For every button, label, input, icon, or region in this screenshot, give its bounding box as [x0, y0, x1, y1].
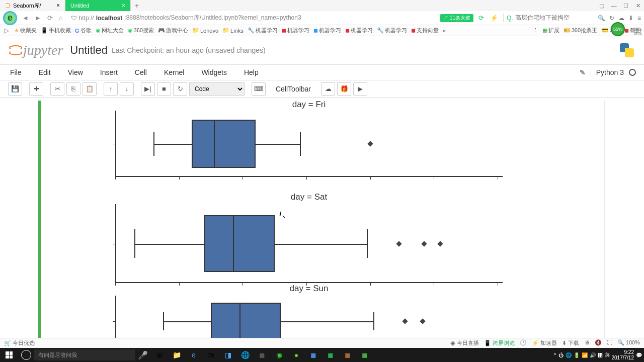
url-input[interactable]: 🛡 http://localhost:8888/notebooks/Seabor… [68, 13, 436, 23]
run-button[interactable]: ▶| [141, 82, 155, 96]
ime-icon[interactable]: ㄀ [598, 352, 603, 358]
app-icon[interactable]: ● [289, 349, 304, 361]
restart-button[interactable]: ↻ [173, 82, 187, 96]
tray-icon[interactable]: 🔋 [574, 352, 580, 358]
app-icon[interactable]: ◨ [220, 349, 235, 361]
speed-meter-icon[interactable]: 55% [611, 22, 625, 36]
tray-icon[interactable]: 🌐 [566, 352, 572, 358]
bookmark-item[interactable]: G谷歌 [75, 27, 92, 34]
notification-icon[interactable]: 💬 [636, 352, 642, 358]
bookmark-item[interactable]: ◼机器学习 [345, 27, 373, 34]
app-icon[interactable]: ◼ [323, 349, 338, 361]
app-icon[interactable]: ◼ [255, 349, 270, 361]
celltoolbar-label[interactable]: CellToolbar [273, 85, 314, 93]
video-button[interactable]: ▶ [353, 82, 367, 96]
sync-icon[interactable]: ⟳ [477, 13, 485, 23]
back-button[interactable]: ◄ [21, 13, 30, 23]
cell-type-select[interactable]: Code [189, 82, 245, 96]
status-item[interactable]: 🕐 [520, 339, 527, 347]
edge-icon[interactable]: e [186, 349, 201, 361]
status-item[interactable]: 🔇 [595, 339, 602, 347]
extension-item[interactable]: ▦扩展 [542, 27, 559, 34]
mic-icon[interactable]: 🎤 [138, 350, 148, 360]
cut-button[interactable]: ✂ [50, 82, 64, 96]
gift-button[interactable]: 🎁 [337, 82, 351, 96]
window-restore-icon[interactable]: ▢ [596, 0, 608, 11]
bookmark-item[interactable]: ◉360搜索 [128, 27, 154, 34]
window-minimize-icon[interactable]: — [608, 0, 620, 11]
status-item[interactable]: ⚡ 加速器 [532, 339, 557, 347]
clock[interactable]: 9:22 2017/7/12 [612, 349, 634, 360]
bookmark-item[interactable]: 📱手机收藏 [41, 27, 71, 34]
bookmark-item[interactable]: ◼机器学习 [313, 27, 341, 34]
search-icon[interactable]: 🔍 [598, 15, 605, 22]
close-icon[interactable]: × [122, 2, 125, 9]
menu-view[interactable]: View [66, 67, 85, 77]
status-item[interactable]: 📱 跨屏浏览 [484, 339, 515, 347]
forward-button[interactable]: ► [34, 13, 42, 23]
copy-button[interactable]: ⎘ [66, 82, 80, 96]
bookmark-item[interactable]: 🎮游戏中心 [158, 27, 188, 34]
bookmark-item[interactable]: ★收藏夹 [14, 27, 37, 34]
bookmark-item[interactable]: 🔧机器学习 [248, 27, 278, 34]
move-up-button[interactable]: ↑ [104, 82, 118, 96]
flash-icon[interactable]: ⚡ [489, 13, 499, 23]
extension-item[interactable]: 🎫360抢票王 [564, 27, 597, 34]
start-button[interactable] [0, 348, 18, 362]
tray-icon[interactable]: 📶 [582, 352, 588, 358]
edit-icon[interactable]: ✎ [580, 68, 586, 76]
download-icon[interactable]: ⬇ [628, 15, 633, 22]
cortana-icon[interactable] [21, 350, 31, 360]
bookmark-item[interactable]: 📁Links [222, 27, 244, 34]
window-maximize-icon[interactable]: ☐ [620, 0, 632, 11]
status-left[interactable]: 🛒 今日优选 [4, 339, 35, 347]
status-item[interactable]: 🖥 [584, 339, 590, 347]
home-button[interactable]: ⌂ [58, 13, 64, 23]
menu-edit[interactable]: Edit [37, 67, 53, 77]
speed-badge[interactable]: ↗ 11条大道 [440, 14, 473, 22]
menu-kernel[interactable]: Kernel [162, 67, 186, 77]
command-palette-button[interactable]: ⌨ [252, 82, 266, 96]
browser-tab[interactable]: Seaborn库/ × [0, 0, 65, 11]
status-item[interactable]: ⬇ 下载 [562, 339, 579, 347]
tray-icon[interactable]: ⏻ [558, 352, 564, 358]
app-icon[interactable]: ◼ [357, 349, 372, 361]
zoom-label[interactable]: 🔍 100% [617, 339, 640, 347]
app-icon[interactable]: ◼ [340, 349, 355, 361]
bookmark-item[interactable]: ◼支持向量 [411, 27, 439, 34]
chrome-icon[interactable]: 🌐 [237, 349, 253, 361]
bookmark-item[interactable]: 🔧机器学习 [377, 27, 407, 34]
taskview-icon[interactable]: ⊞ [152, 349, 167, 361]
ime-icon[interactable]: 英 [605, 351, 610, 358]
play-icon[interactable]: ▷ [3, 26, 10, 35]
360-icon[interactable]: ◉ [272, 349, 287, 361]
store-icon[interactable]: 🛍 [203, 349, 218, 361]
menu-insert[interactable]: Insert [98, 67, 120, 77]
reload-button[interactable]: ⟳ [46, 13, 54, 23]
browser-tab-active[interactable]: Untitled × [65, 0, 131, 11]
bookmark-item[interactable]: ◉网址大全 [96, 27, 124, 34]
menu-widgets[interactable]: Widgets [199, 67, 229, 77]
taskbar-search[interactable]: 有问题尽管问我 [34, 349, 135, 360]
bookmark-item[interactable]: ◼机器学习 [282, 27, 309, 34]
status-item[interactable]: ◉ 今日直播 [450, 339, 479, 347]
search-input[interactable]: Q. 高层住宅地下被掏空 [503, 14, 594, 22]
cloud-icon[interactable]: ☁ [618, 15, 624, 22]
new-tab-button[interactable]: + [131, 2, 143, 10]
bookmark-item[interactable]: 📁Lenovo [192, 27, 218, 34]
move-down-button[interactable]: ↓ [120, 82, 134, 96]
menu-file[interactable]: File [8, 67, 24, 77]
close-icon[interactable]: × [56, 2, 60, 9]
menu-icon[interactable]: ≡ [637, 15, 641, 22]
add-cell-button[interactable]: ✚ [29, 82, 43, 96]
more-bookmarks[interactable]: » [443, 28, 446, 34]
sync-icon[interactable]: ↻ [609, 15, 614, 22]
menu-cell[interactable]: Cell [133, 67, 149, 77]
notebook-title[interactable]: Untitled [70, 44, 108, 57]
save-button[interactable]: 💾 [8, 82, 22, 96]
window-close-icon[interactable]: ✕ [632, 0, 644, 11]
cloud-button[interactable]: ☁ [321, 82, 335, 96]
jupyter-logo[interactable]: jupyter [8, 42, 63, 58]
status-item[interactable]: ⛶ [607, 339, 612, 347]
tray-up-icon[interactable]: ^ [554, 352, 556, 358]
